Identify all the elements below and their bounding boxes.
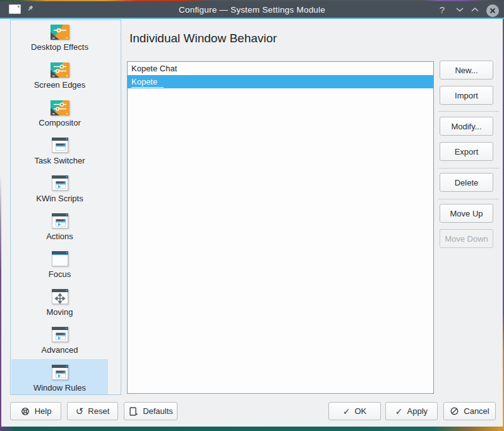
scroll-down-icon[interactable] <box>119 384 121 391</box>
close-icon[interactable] <box>486 4 499 17</box>
sidebar-item-moving[interactable]: Moving <box>11 283 108 321</box>
screen-edge-bottom <box>0 427 504 431</box>
sidebar-item-screen-edges[interactable]: Screen Edges <box>11 56 108 94</box>
apply-check-icon: ✓ <box>395 406 403 416</box>
screen-edges-icon <box>50 60 70 80</box>
defaults-icon <box>128 406 138 416</box>
sidebar-item-label: KWin Scripts <box>11 194 108 203</box>
cancel-circle-icon <box>450 406 459 416</box>
rule-name-editing[interactable]: Kopete <box>131 76 164 88</box>
titlebar-accent-line <box>0 18 504 19</box>
sidebar-scrollbar-track[interactable] <box>121 55 121 395</box>
delete-button[interactable]: Delete <box>440 173 493 192</box>
chevron-down-icon[interactable] <box>453 3 466 16</box>
sidebar-item-label: Focus <box>11 269 108 279</box>
task-switcher-icon <box>50 136 70 156</box>
sidebar-item-label: Actions <box>11 232 108 241</box>
import-button[interactable]: Import <box>440 86 493 105</box>
sidebar-item-label: Desktop Effects <box>11 42 108 52</box>
move-down-button: Move Down <box>440 229 493 248</box>
rule-row[interactable]: Kopete Chat <box>128 62 433 75</box>
new-button[interactable]: New... <box>440 61 493 80</box>
advanced-icon <box>50 325 70 345</box>
reset-button[interactable]: ↺ Reset <box>67 402 118 420</box>
button-group-separator <box>438 199 499 199</box>
window-rules-icon <box>50 363 70 383</box>
button-group-separator <box>438 168 499 168</box>
rule-row-selected[interactable]: Kopete <box>128 75 433 88</box>
export-button[interactable]: Export <box>440 142 493 161</box>
screen-edge-top <box>0 0 504 1</box>
titlebar[interactable]: Configure — System Settings Module ? <box>0 1 504 18</box>
sidebar-item-focus[interactable]: Focus <box>11 245 108 283</box>
rules-list[interactable]: Kopete Chat Kopete <box>127 61 434 394</box>
desktop-effects-icon <box>50 22 70 42</box>
help-buoy-icon <box>20 406 30 416</box>
window-title: Configure — System Settings Module <box>0 5 504 15</box>
moving-icon <box>50 287 70 307</box>
sidebar-item-compositor[interactable]: Compositor <box>11 94 108 132</box>
focus-icon <box>50 249 70 269</box>
sidebar-scrollbar-thumb[interactable] <box>121 94 121 395</box>
ok-check-icon: ✓ <box>343 406 351 416</box>
sidebar-item-kwin-scripts[interactable]: KWin Scripts <box>11 170 108 208</box>
sidebar-category-list[interactable]: Desktop Effects Screen Edges Compositor … <box>10 20 121 395</box>
sidebar-item-label: Window Rules <box>11 383 108 393</box>
button-group-separator <box>438 111 499 112</box>
reset-icon: ↺ <box>76 406 84 417</box>
sidebar-item-actions[interactable]: Actions <box>11 208 108 245</box>
sidebar-item-label: Task Switcher <box>11 156 108 165</box>
sidebar-item-label: Moving <box>11 307 108 317</box>
ok-button[interactable]: ✓ OK <box>328 402 381 420</box>
rule-name: Kopete Chat <box>131 64 177 73</box>
chevron-up-icon[interactable] <box>469 3 481 16</box>
move-up-button[interactable]: Move Up <box>440 204 493 223</box>
sidebar-item-label: Screen Edges <box>11 80 108 90</box>
cancel-button[interactable]: Cancel <box>443 402 496 420</box>
modify-button[interactable]: Modify... <box>440 117 493 136</box>
sidebar-item-label: Advanced <box>11 345 108 355</box>
sidebar-item-label: Compositor <box>11 118 108 127</box>
compositor-icon <box>50 98 70 118</box>
page-title: Individual Window Behavior <box>129 32 277 45</box>
actions-icon <box>50 211 70 232</box>
help-button[interactable]: Help <box>10 402 61 420</box>
sidebar-item-window-rules[interactable]: Window Rules <box>11 359 108 395</box>
titlebar-help-icon[interactable]: ? <box>436 3 448 16</box>
screen-edge-left <box>0 19 1 427</box>
kwin-scripts-icon <box>50 174 70 194</box>
sidebar-item-task-switcher[interactable]: Task Switcher <box>11 132 108 170</box>
apply-button[interactable]: ✓ Apply <box>385 402 438 420</box>
scroll-up-icon[interactable] <box>119 28 121 34</box>
sidebar-item-advanced[interactable]: Advanced <box>11 321 108 359</box>
defaults-button[interactable]: Defaults <box>124 402 177 420</box>
sidebar-item-desktop-effects[interactable]: Desktop Effects <box>11 20 108 56</box>
